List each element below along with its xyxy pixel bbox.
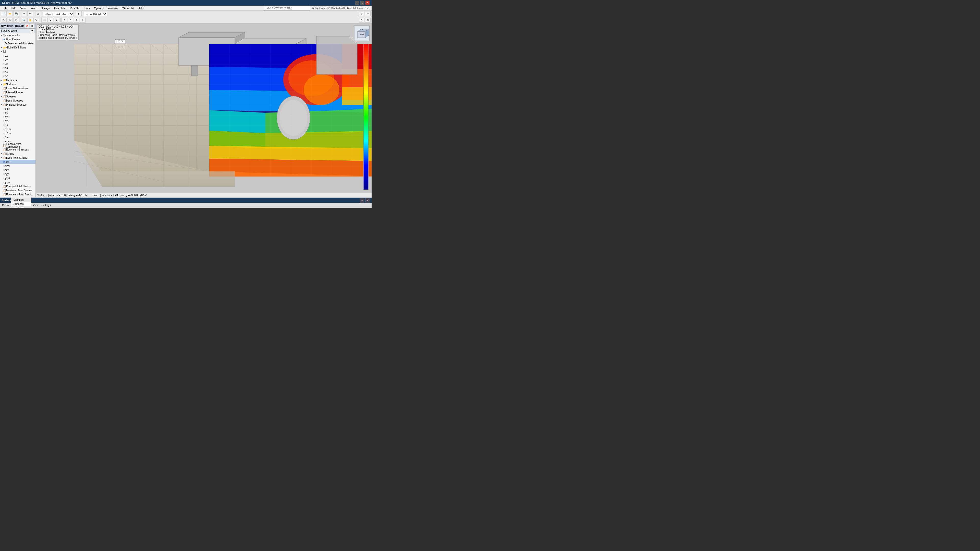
nav-local-deformations[interactable]: 📋 Local Deformations <box>0 86 35 90</box>
tb-extra-2[interactable]: ✉ <box>365 11 371 16</box>
menu-view[interactable]: View <box>19 6 28 11</box>
nav-close-button[interactable]: ✕ <box>30 24 35 28</box>
tb2-1[interactable]: ⊕ <box>1 17 6 23</box>
load-case-display: CO2 - LC1 + LC2 + LC3 + LC4 Loads [kN/m²… <box>37 24 79 40</box>
tb2-rotate[interactable]: ↻ <box>33 17 39 23</box>
nav-basic-stresses[interactable]: 📋 Basic Stresses <box>0 98 35 103</box>
nav-exx-minus[interactable]: ○εxx- <box>0 168 35 172</box>
tb2-solid[interactable]: ■ <box>48 17 53 23</box>
nav-final-results[interactable]: ◉ Final Results <box>0 37 35 41</box>
nav-betam[interactable]: ○βm <box>0 135 35 139</box>
svg-rect-37 <box>191 65 198 76</box>
menu-window[interactable]: Window <box>106 6 119 11</box>
nav-sigma1p[interactable]: ○σ2,+ <box>0 106 35 111</box>
lc-line1: CO2 - LC1 + LC2 + LC3 + LC4 <box>38 25 77 28</box>
nav-gxy-minus[interactable]: ○γxy- <box>0 180 35 184</box>
nav-surfaces[interactable]: ▼ 📁 Surfaces <box>0 82 35 86</box>
tb-open[interactable]: 📂 <box>7 11 13 16</box>
nav-principal-total-strains[interactable]: 📋Principal Total Strains <box>0 184 35 188</box>
tb-view-select[interactable]: ▶ <box>76 11 82 16</box>
nav-uy[interactable]: ○ uy <box>0 58 35 62</box>
nav-gxy-plus[interactable]: ○γxy+ <box>0 176 35 180</box>
tb2-front[interactable]: F <box>62 17 67 23</box>
nav-global-defs[interactable]: ▼ 📁 Global Definitions <box>0 45 35 49</box>
tb-undo[interactable]: ↩ <box>21 11 27 16</box>
nav-strains[interactable]: ▼ 📋 Strains <box>0 151 35 156</box>
nav-sigma2m[interactable]: ○σ2- <box>0 119 35 123</box>
tb2-wireframe[interactable]: ⬜ <box>41 17 47 23</box>
nav-eyy-minus[interactable]: ○εyy- <box>0 172 35 176</box>
goto-label[interactable]: Go To <box>1 204 10 206</box>
tb-new[interactable]: 📄 <box>1 11 6 16</box>
tb-print[interactable]: 🖨 <box>35 11 41 16</box>
nav-betah[interactable]: ○βh <box>0 123 35 127</box>
tb2-side[interactable]: S <box>68 17 73 23</box>
tb2-snap[interactable]: ⊙ <box>359 17 364 23</box>
nav-phiy[interactable]: ○ φy <box>0 70 35 74</box>
menu-tools[interactable]: Tools <box>81 6 92 11</box>
nav-internal-forces[interactable]: 📋 Internal Forces <box>0 90 35 94</box>
tb-loadcase-select[interactable]: S:C0 2 - LC1+LC2+LC3+LC4 <box>43 11 74 16</box>
nav-stresses[interactable]: ▼ 📋 Stresses <box>0 94 35 98</box>
maximize-button[interactable]: □ <box>360 1 364 5</box>
tb-redo[interactable]: ↪ <box>27 11 33 16</box>
surfaces-minimize-button[interactable]: – <box>360 198 364 203</box>
nav-exx-plus[interactable]: ◉εxx+ <box>0 160 35 164</box>
nav-uz[interactable]: ○ uz <box>0 62 35 66</box>
svg-point-54 <box>304 75 339 105</box>
tb-coord-select[interactable]: 1 - Global XYZ <box>84 11 107 16</box>
nav-sub-btn[interactable]: ▼ <box>30 29 35 33</box>
menu-assign[interactable]: Assign <box>40 6 52 11</box>
nav-max-total-strains[interactable]: 📋Maximum Total Strains <box>0 188 35 192</box>
tb-extra-1[interactable]: ⚙ <box>359 11 364 16</box>
nav-phix[interactable]: ○ φx <box>0 66 35 70</box>
tb2-iso[interactable]: I <box>80 17 86 23</box>
orientation-cube[interactable]: Front Top <box>354 25 369 41</box>
title-bar: Dlubal RFEM | 5.03.0055 | Model5-04_Anal… <box>0 0 372 6</box>
nav-u[interactable]: ▼ [u] <box>0 49 35 54</box>
tb2-zoom[interactable]: 🔍 <box>21 17 27 23</box>
nav-differences[interactable]: ○ Differences to initial state <box>0 41 35 45</box>
nav-principal-stresses-surf[interactable]: ▼ 📋 Principal Stresses <box>0 103 35 106</box>
menu-insert[interactable]: Insert <box>29 6 39 11</box>
svg-marker-50 <box>209 146 372 161</box>
menu-edit[interactable]: Edit <box>10 6 18 11</box>
tb2-render[interactable]: ◼ <box>54 17 59 23</box>
bottom-tab-surfaces[interactable]: Surfaces <box>11 202 32 206</box>
menu-calculate[interactable]: Calculate <box>52 6 68 11</box>
tb2-2[interactable]: ⊖ <box>7 17 13 23</box>
nav-type-of-results[interactable]: ▼ Type of results <box>0 33 35 37</box>
settings-label[interactable]: Settings <box>40 204 52 206</box>
search-input[interactable] <box>264 6 310 11</box>
nav-sigma1m2[interactable]: ○σ1,m <box>0 127 35 131</box>
nav-equiv-total-strains[interactable]: 📋Equivalent Total Strains <box>0 192 35 197</box>
tb-save[interactable]: 💾 <box>13 11 19 16</box>
menu-results[interactable]: Results <box>68 6 81 11</box>
tb2-grid[interactable]: ⊞ <box>365 17 371 23</box>
minimize-button[interactable]: – <box>355 1 360 5</box>
tb2-top[interactable]: T <box>74 17 80 23</box>
nav-sigma2m2[interactable]: ○σ2,m <box>0 131 35 135</box>
menu-options[interactable]: Options <box>92 6 105 11</box>
tb2-3[interactable]: □ <box>13 17 19 23</box>
bottom-tab-openings[interactable]: Openings <box>11 206 32 208</box>
nav-members[interactable]: ▶ 📁 Members <box>0 78 35 82</box>
nav-ux[interactable]: ○ ux <box>0 54 35 58</box>
nav-basic-total-strains[interactable]: ▼ 📋 Basic Total Strains <box>0 156 35 160</box>
tb2-pan[interactable]: ✋ <box>27 17 33 23</box>
nav-elastic-stress[interactable]: 📋Elastic Stress Components <box>0 143 35 148</box>
view-label[interactable]: View <box>32 204 40 206</box>
nav-contact-stresses[interactable]: 📋Contact Stresses <box>0 197 35 197</box>
nav-sigma2p[interactable]: ○σ2+ <box>0 115 35 119</box>
nav-pin-button[interactable]: 📌 <box>24 24 29 28</box>
menu-file[interactable]: File <box>1 6 9 11</box>
surfaces-close-button[interactable]: ✕ <box>366 198 370 203</box>
nav-eyy-plus[interactable]: ○εyy+ <box>0 164 35 168</box>
nav-phiz[interactable]: ○ φz <box>0 74 35 78</box>
menu-help[interactable]: Help <box>136 6 145 11</box>
viewport[interactable]: CO2 - LC1 + LC2 + LC3 + LC4 Loads [kN/m²… <box>36 24 372 197</box>
menu-cad-bim[interactable]: CAD-BIM <box>120 6 135 11</box>
close-button[interactable]: ✕ <box>366 1 369 5</box>
nav-sigma1m[interactable]: ○σ1- <box>0 111 35 115</box>
bottom-tab-members[interactable]: Members <box>11 198 32 202</box>
